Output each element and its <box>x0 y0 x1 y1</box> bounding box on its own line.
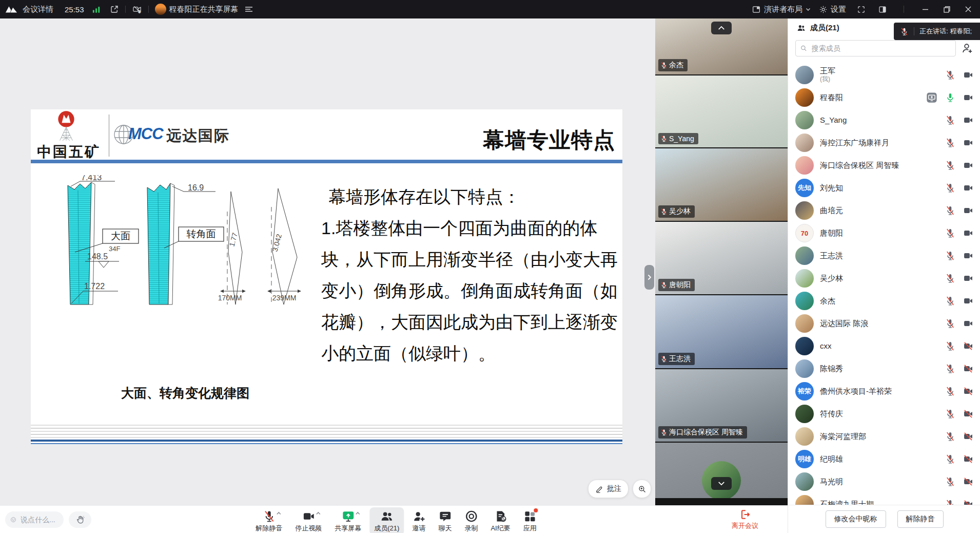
camera-on-icon[interactable] <box>963 115 973 125</box>
member-row[interactable]: 明雄纪明雄 <box>788 448 980 470</box>
settings-button[interactable]: 设置 <box>819 5 846 14</box>
member-row[interactable]: 余杰 <box>788 290 980 312</box>
member-row[interactable]: 海棠河监理部 <box>788 425 980 448</box>
mic-muted-icon[interactable] <box>945 183 955 193</box>
mic-muted-icon[interactable] <box>945 138 955 148</box>
member-row[interactable]: 程春阳 <box>788 86 980 109</box>
toolbar-record-button[interactable]: 录制 <box>460 507 482 533</box>
mic-muted-icon[interactable] <box>945 364 955 374</box>
meeting-details-button[interactable]: 会议详情 <box>23 5 53 14</box>
member-row[interactable]: 海控江东广场康祥月 <box>788 131 980 154</box>
member-row[interactable]: 吴少林 <box>788 267 980 290</box>
camera-off-icon[interactable] <box>963 409 973 419</box>
fullscreen-button[interactable] <box>854 3 868 16</box>
rename-button[interactable]: 修改会中昵称 <box>826 510 886 528</box>
restore-window-button[interactable] <box>940 3 953 16</box>
camera-on-icon[interactable] <box>963 70 973 80</box>
mic-on-icon[interactable] <box>945 92 955 103</box>
video-tile[interactable]: 余杰 <box>655 18 788 74</box>
toolbar-invite-button[interactable]: 邀请 <box>407 507 430 533</box>
video-strip-collapse-handle[interactable] <box>644 265 654 290</box>
mic-muted-icon[interactable] <box>945 296 955 306</box>
mic-muted-icon[interactable] <box>945 115 955 125</box>
member-row[interactable]: 王志洪 <box>788 244 980 267</box>
toolbar-share-screen-button[interactable]: 共享屏幕 <box>330 507 366 533</box>
toolbar-mic-muted-button[interactable]: 解除静音 <box>251 507 287 533</box>
minimize-button[interactable] <box>918 3 932 16</box>
mic-muted-icon[interactable] <box>945 273 955 283</box>
camera-off-icon[interactable] <box>963 431 973 442</box>
quick-chat-input[interactable] <box>19 515 58 524</box>
member-row[interactable]: S_Yang <box>788 109 980 131</box>
member-row[interactable]: 海口综合保税区 周智臻 <box>788 154 980 177</box>
member-row[interactable]: 陈锦秀 <box>788 357 980 380</box>
camera-on-icon[interactable] <box>963 160 973 170</box>
layout-switcher-button[interactable]: 演讲者布局 <box>752 5 811 14</box>
camera-on-icon[interactable] <box>963 318 973 329</box>
scroll-up-chevron-button[interactable] <box>711 22 732 34</box>
mic-muted-icon[interactable] <box>945 341 955 351</box>
member-row[interactable]: 远达国际 陈浪 <box>788 312 980 335</box>
mic-muted-icon[interactable] <box>945 386 955 396</box>
member-row[interactable]: 70唐朝阳 <box>788 222 980 244</box>
camera-off-icon[interactable] <box>963 477 973 487</box>
camera-off-icon[interactable] <box>963 454 973 464</box>
toolbar-camera-button[interactable]: 停止视频 <box>290 507 326 533</box>
camera-on-icon[interactable] <box>963 92 973 103</box>
camera-off-icon[interactable] <box>963 341 973 351</box>
toolbar-members-button[interactable]: 成员(21) <box>369 507 404 533</box>
video-tile[interactable] <box>655 443 788 498</box>
member-row[interactable]: 王军(我) <box>788 64 980 86</box>
mic-muted-icon[interactable] <box>945 160 955 170</box>
mic-muted-icon[interactable] <box>945 477 955 487</box>
camera-off-icon[interactable] <box>963 364 973 374</box>
member-row[interactable]: 马光明 <box>788 470 980 493</box>
zoom-in-button[interactable] <box>633 480 651 498</box>
caret-up-icon[interactable] <box>316 511 321 515</box>
mic-muted-icon[interactable] <box>945 409 955 419</box>
raise-hand-button[interactable] <box>69 511 91 528</box>
leave-meeting-button[interactable]: 离开会议 <box>724 509 766 530</box>
mic-muted-icon[interactable] <box>945 454 955 464</box>
mic-muted-icon[interactable] <box>945 251 955 261</box>
member-row[interactable]: 裕荣儋州供水项目-羊裕荣 <box>788 380 980 403</box>
member-row[interactable]: 符传庆 <box>788 403 980 425</box>
unmute-button[interactable]: 解除静音 <box>897 510 944 528</box>
toolbar-ai-notes-button[interactable]: AI纪要 <box>486 507 515 533</box>
mic-muted-icon[interactable] <box>945 70 955 80</box>
camera-on-icon[interactable] <box>963 138 973 148</box>
mic-muted-icon[interactable] <box>945 318 955 329</box>
annotate-button[interactable]: 批注 <box>588 480 629 498</box>
camera-on-icon[interactable] <box>963 183 973 193</box>
mic-muted-icon[interactable] <box>945 431 955 442</box>
member-row[interactable]: 先知刘先知 <box>788 177 980 199</box>
video-tile[interactable]: 海口综合保税区 周智臻 <box>655 369 788 442</box>
video-tile[interactable]: 王志洪 <box>655 295 788 368</box>
camera-off-icon[interactable] <box>963 386 973 396</box>
video-tile[interactable]: S_Yang <box>655 75 788 147</box>
scroll-down-chevron-button[interactable] <box>711 477 732 490</box>
camera-on-icon[interactable] <box>963 273 973 283</box>
member-search-box[interactable] <box>795 40 956 56</box>
camera-on-icon[interactable] <box>963 228 973 238</box>
camera-on-icon[interactable] <box>963 205 973 216</box>
quick-chat-box[interactable] <box>5 511 64 528</box>
video-tile[interactable]: 吴少林 <box>655 148 788 221</box>
mic-muted-icon[interactable] <box>945 205 955 216</box>
camera-on-icon[interactable] <box>963 296 973 306</box>
toolbar-apps-button[interactable]: 应用 <box>519 507 541 533</box>
member-row[interactable]: 曲培元 <box>788 199 980 222</box>
add-member-button[interactable] <box>961 42 973 54</box>
camera-on-icon[interactable] <box>963 251 973 261</box>
toolbar-chat-button[interactable]: 聊天 <box>434 507 456 533</box>
open-external-icon[interactable] <box>110 5 119 14</box>
side-panel-toggle-button[interactable] <box>876 3 889 16</box>
caret-up-icon[interactable] <box>276 511 281 515</box>
member-search-input[interactable] <box>811 44 951 53</box>
close-button[interactable] <box>962 3 975 16</box>
camera-off-indicator-icon[interactable]: 0 <box>132 5 142 14</box>
video-tile[interactable]: 唐朝阳 <box>655 222 788 294</box>
sharing-menu-icon[interactable] <box>245 6 253 12</box>
member-row[interactable]: cxx <box>788 335 980 357</box>
caret-up-icon[interactable] <box>355 511 360 515</box>
